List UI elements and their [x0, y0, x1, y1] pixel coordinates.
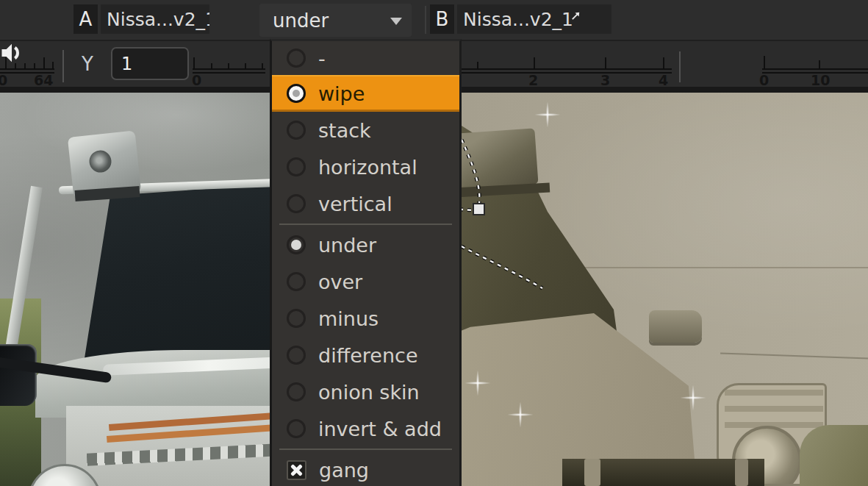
ruler-tick-label: 4: [659, 72, 668, 88]
buffer-a-filename-text: Nissa...v2_1: [107, 9, 209, 30]
buffer-a-button[interactable]: A: [73, 4, 98, 34]
menu-item-horizontal[interactable]: horizontal: [272, 149, 459, 185]
x-mark-checkbox-checked-icon: [287, 460, 306, 480]
buffer-a-filename[interactable]: Nissa...v2_1: [101, 4, 209, 34]
ruler-tick-label: 0: [192, 72, 201, 88]
menu-separator: [279, 449, 452, 450]
ruler-tick-label: 64: [34, 72, 53, 88]
nuke-viewer-window: A Nissa...v2_1 under B Nissa...v2_1: [0, 0, 868, 486]
radio-icon: [287, 49, 306, 68]
radio-icon: [287, 419, 306, 438]
menu-item-over[interactable]: over: [272, 263, 459, 300]
radio-selected-icon: [287, 235, 306, 254]
y-coordinate-input[interactable]: [111, 47, 189, 80]
menu-item-gang[interactable]: gang: [272, 451, 459, 486]
radio-icon: [287, 272, 306, 291]
menu-item-wipe[interactable]: wipe: [272, 75, 459, 112]
ruler-tick-label: 10: [811, 72, 830, 88]
menu-item-onion-skin[interactable]: onion skin: [272, 374, 459, 410]
composite-mode-dropdown[interactable]: under: [259, 4, 412, 37]
y-coordinate-label: Y: [82, 53, 93, 75]
spline-control-point[interactable]: [473, 204, 484, 215]
buffer-b-filename-text: Nissa...v2_1: [463, 9, 573, 30]
composite-mode-value: under: [273, 10, 329, 32]
viewer-top-bar: A Nissa...v2_1 under B Nissa...v2_1: [0, 0, 868, 41]
radio-icon: [287, 121, 306, 140]
menu-item-minus[interactable]: minus: [272, 300, 459, 337]
menu-item-stack[interactable]: stack: [272, 112, 459, 149]
menu-item-under[interactable]: under: [272, 226, 459, 263]
radio-icon: [287, 84, 306, 103]
menu-item-none[interactable]: -: [272, 41, 459, 75]
menu-item-vertical[interactable]: vertical: [272, 185, 459, 222]
radio-icon: [287, 157, 306, 176]
ruler-tick-label: 3: [600, 72, 610, 88]
radio-icon: [287, 194, 306, 213]
toolbar-divider: [425, 6, 426, 34]
menu-item-difference[interactable]: difference: [272, 337, 459, 374]
ruler-tick-label: 0: [759, 72, 769, 88]
buffer-b-filename[interactable]: Nissa...v2_1: [457, 4, 611, 34]
menu-separator: [279, 224, 452, 225]
radio-icon: [287, 346, 306, 365]
composite-mode-menu: - wipe stack horizontal vertical under o…: [270, 39, 462, 486]
ruler-tick-label: 0: [0, 72, 7, 88]
cursor-arrow-icon: [570, 10, 581, 21]
ruler-tick-label: 2: [528, 72, 538, 88]
radio-icon: [287, 309, 306, 328]
menu-item-invert-add[interactable]: invert & add: [272, 410, 459, 447]
radio-icon: [287, 382, 306, 401]
chevron-down-icon: [390, 18, 402, 25]
buffer-b-button[interactable]: B: [430, 4, 454, 34]
volume-icon[interactable]: [0, 41, 24, 65]
